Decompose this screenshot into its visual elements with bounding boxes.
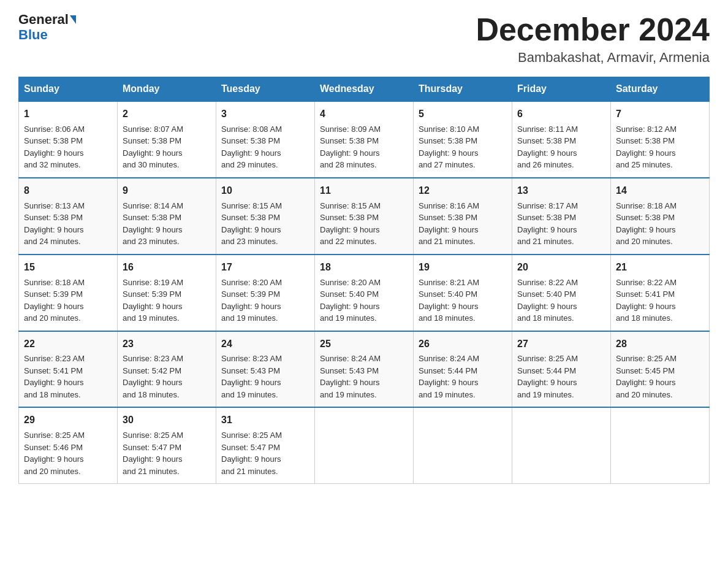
day-number: 1 — [24, 107, 112, 122]
table-row: 17Sunrise: 8:20 AMSunset: 5:39 PMDayligh… — [216, 255, 315, 331]
day-number: 24 — [221, 337, 309, 352]
day-info: Sunrise: 8:09 AMSunset: 5:38 PMDaylight:… — [320, 123, 408, 171]
day-number: 14 — [616, 183, 704, 199]
table-row: 13Sunrise: 8:17 AMSunset: 5:38 PMDayligh… — [512, 178, 611, 255]
table-row: 21Sunrise: 8:22 AMSunset: 5:41 PMDayligh… — [611, 255, 710, 331]
table-row: 10Sunrise: 8:15 AMSunset: 5:38 PMDayligh… — [216, 178, 315, 255]
col-tuesday: Tuesday — [216, 77, 315, 102]
logo-triangle-icon — [70, 15, 76, 24]
day-number: 5 — [419, 107, 507, 122]
table-row: 19Sunrise: 8:21 AMSunset: 5:40 PMDayligh… — [414, 255, 512, 331]
table-row: 6Sunrise: 8:11 AMSunset: 5:38 PMDaylight… — [512, 101, 611, 178]
calendar-week-5: 29Sunrise: 8:25 AMSunset: 5:46 PMDayligh… — [19, 407, 710, 483]
day-number: 30 — [123, 413, 211, 428]
day-number: 26 — [419, 337, 507, 352]
logo-general: General — [18, 12, 69, 27]
logo: General Blue — [18, 12, 76, 43]
day-info: Sunrise: 8:11 AMSunset: 5:38 PMDaylight:… — [517, 123, 605, 171]
day-number: 21 — [616, 260, 704, 275]
location-title: Bambakashat, Armavir, Armenia — [476, 50, 710, 66]
table-row: 24Sunrise: 8:23 AMSunset: 5:43 PMDayligh… — [216, 331, 315, 408]
col-thursday: Thursday — [414, 77, 512, 102]
table-row: 29Sunrise: 8:25 AMSunset: 5:46 PMDayligh… — [19, 407, 118, 483]
table-row: 3Sunrise: 8:08 AMSunset: 5:38 PMDaylight… — [216, 101, 315, 178]
day-info: Sunrise: 8:10 AMSunset: 5:38 PMDaylight:… — [419, 123, 507, 171]
day-number: 4 — [320, 107, 408, 122]
table-row — [512, 407, 611, 483]
day-number: 11 — [320, 183, 408, 199]
calendar-week-3: 15Sunrise: 8:18 AMSunset: 5:39 PMDayligh… — [19, 255, 710, 331]
table-row: 30Sunrise: 8:25 AMSunset: 5:47 PMDayligh… — [118, 407, 216, 483]
day-info: Sunrise: 8:23 AMSunset: 5:43 PMDaylight:… — [221, 353, 309, 400]
col-sunday: Sunday — [19, 77, 118, 102]
day-number: 10 — [221, 183, 309, 199]
day-info: Sunrise: 8:25 AMSunset: 5:44 PMDaylight:… — [517, 353, 605, 400]
day-number: 8 — [24, 183, 112, 199]
table-row: 16Sunrise: 8:19 AMSunset: 5:39 PMDayligh… — [118, 255, 216, 331]
day-info: Sunrise: 8:22 AMSunset: 5:40 PMDaylight:… — [517, 277, 605, 324]
day-info: Sunrise: 8:17 AMSunset: 5:38 PMDaylight:… — [517, 200, 605, 248]
table-row: 23Sunrise: 8:23 AMSunset: 5:42 PMDayligh… — [118, 331, 216, 408]
day-number: 6 — [517, 107, 605, 122]
calendar-week-4: 22Sunrise: 8:23 AMSunset: 5:41 PMDayligh… — [19, 331, 710, 408]
day-number: 28 — [616, 337, 704, 352]
day-number: 25 — [320, 337, 408, 352]
day-info: Sunrise: 8:21 AMSunset: 5:40 PMDaylight:… — [419, 277, 507, 324]
day-number: 31 — [221, 413, 309, 428]
day-number: 16 — [123, 260, 211, 275]
table-row: 4Sunrise: 8:09 AMSunset: 5:38 PMDaylight… — [315, 101, 414, 178]
table-row: 25Sunrise: 8:24 AMSunset: 5:43 PMDayligh… — [315, 331, 414, 408]
day-info: Sunrise: 8:20 AMSunset: 5:39 PMDaylight:… — [221, 277, 309, 324]
day-number: 7 — [616, 107, 704, 122]
table-row: 20Sunrise: 8:22 AMSunset: 5:40 PMDayligh… — [512, 255, 611, 331]
day-info: Sunrise: 8:25 AMSunset: 5:46 PMDaylight:… — [24, 429, 112, 477]
day-number: 29 — [24, 413, 112, 428]
table-row: 2Sunrise: 8:07 AMSunset: 5:38 PMDaylight… — [118, 101, 216, 178]
day-info: Sunrise: 8:07 AMSunset: 5:38 PMDaylight:… — [123, 123, 211, 171]
table-row: 18Sunrise: 8:20 AMSunset: 5:40 PMDayligh… — [315, 255, 414, 331]
table-row: 5Sunrise: 8:10 AMSunset: 5:38 PMDaylight… — [414, 101, 512, 178]
day-number: 18 — [320, 260, 408, 275]
day-number: 17 — [221, 260, 309, 275]
table-row: 26Sunrise: 8:24 AMSunset: 5:44 PMDayligh… — [414, 331, 512, 408]
day-info: Sunrise: 8:19 AMSunset: 5:39 PMDaylight:… — [123, 277, 211, 324]
day-number: 12 — [419, 183, 507, 199]
table-row: 31Sunrise: 8:25 AMSunset: 5:47 PMDayligh… — [216, 407, 315, 483]
col-monday: Monday — [118, 77, 216, 102]
table-row: 11Sunrise: 8:15 AMSunset: 5:38 PMDayligh… — [315, 178, 414, 255]
table-row — [315, 407, 414, 483]
day-number: 3 — [221, 107, 309, 122]
day-info: Sunrise: 8:23 AMSunset: 5:42 PMDaylight:… — [123, 353, 211, 400]
col-wednesday: Wednesday — [315, 77, 414, 102]
table-row: 8Sunrise: 8:13 AMSunset: 5:38 PMDaylight… — [19, 178, 118, 255]
col-saturday: Saturday — [611, 77, 710, 102]
day-info: Sunrise: 8:12 AMSunset: 5:38 PMDaylight:… — [616, 123, 704, 171]
table-row: 1Sunrise: 8:06 AMSunset: 5:38 PMDaylight… — [19, 101, 118, 178]
table-row: 12Sunrise: 8:16 AMSunset: 5:38 PMDayligh… — [414, 178, 512, 255]
day-info: Sunrise: 8:18 AMSunset: 5:39 PMDaylight:… — [24, 277, 112, 324]
day-info: Sunrise: 8:25 AMSunset: 5:47 PMDaylight:… — [123, 429, 211, 477]
table-row — [414, 407, 512, 483]
table-row: 9Sunrise: 8:14 AMSunset: 5:38 PMDaylight… — [118, 178, 216, 255]
day-info: Sunrise: 8:22 AMSunset: 5:41 PMDaylight:… — [616, 277, 704, 324]
day-info: Sunrise: 8:16 AMSunset: 5:38 PMDaylight:… — [419, 200, 507, 248]
day-number: 20 — [517, 260, 605, 275]
day-info: Sunrise: 8:14 AMSunset: 5:38 PMDaylight:… — [123, 200, 211, 248]
table-row: 15Sunrise: 8:18 AMSunset: 5:39 PMDayligh… — [19, 255, 118, 331]
day-info: Sunrise: 8:24 AMSunset: 5:44 PMDaylight:… — [419, 353, 507, 400]
day-number: 22 — [24, 337, 112, 352]
calendar-table: Sunday Monday Tuesday Wednesday Thursday… — [18, 77, 710, 484]
day-number: 2 — [123, 107, 211, 122]
day-info: Sunrise: 8:13 AMSunset: 5:38 PMDaylight:… — [24, 200, 112, 248]
day-info: Sunrise: 8:25 AMSunset: 5:45 PMDaylight:… — [616, 353, 704, 400]
table-row: 7Sunrise: 8:12 AMSunset: 5:38 PMDaylight… — [611, 101, 710, 178]
table-row — [611, 407, 710, 483]
table-row: 27Sunrise: 8:25 AMSunset: 5:44 PMDayligh… — [512, 331, 611, 408]
day-info: Sunrise: 8:15 AMSunset: 5:38 PMDaylight:… — [221, 200, 309, 248]
table-row: 28Sunrise: 8:25 AMSunset: 5:45 PMDayligh… — [611, 331, 710, 408]
day-info: Sunrise: 8:20 AMSunset: 5:40 PMDaylight:… — [320, 277, 408, 324]
calendar-week-2: 8Sunrise: 8:13 AMSunset: 5:38 PMDaylight… — [19, 178, 710, 255]
day-info: Sunrise: 8:25 AMSunset: 5:47 PMDaylight:… — [221, 429, 309, 477]
day-number: 27 — [517, 337, 605, 352]
day-number: 23 — [123, 337, 211, 352]
